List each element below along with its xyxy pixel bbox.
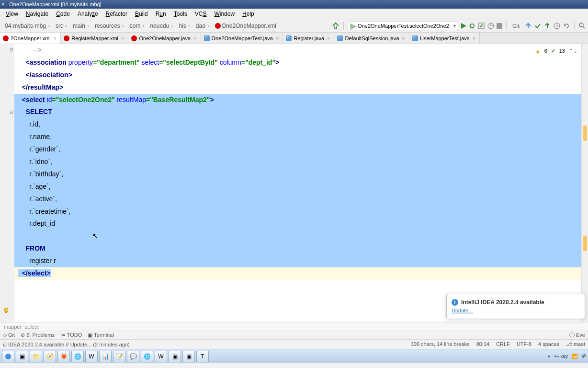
taskbar-app[interactable]: 📝 xyxy=(113,351,125,362)
close-icon[interactable]: × xyxy=(472,35,476,41)
tray-key[interactable]: 🗝 key xyxy=(554,354,568,359)
run-configuration-selector[interactable]: One2OneMapperTest.selectOne2One2 xyxy=(348,22,458,30)
status-indent[interactable]: 4 spaces xyxy=(538,341,559,347)
vcs-push-icon[interactable] xyxy=(543,22,551,30)
start-button[interactable] xyxy=(2,351,14,362)
code-line-selected: r.`birthday`, xyxy=(14,168,581,181)
tab-usermappertest-java[interactable]: UserMapperTest.java× xyxy=(409,33,480,44)
fold-handle-icon[interactable]: ⊟ xyxy=(10,110,13,115)
crumb-com[interactable]: com xyxy=(127,22,147,30)
toolwin-todo[interactable]: ≔ TODO xyxy=(60,332,82,338)
toolwin-git[interactable]: ◇ Git xyxy=(3,332,15,338)
taskbar-app[interactable]: 🌐 xyxy=(141,351,153,362)
menu-navigate[interactable]: Navigate xyxy=(22,11,52,17)
notification-update-link[interactable]: Update... xyxy=(452,308,473,313)
taskbar-app[interactable]: T xyxy=(196,351,209,362)
taskbar-app[interactable]: 💬 xyxy=(127,351,139,362)
status-cursor-position[interactable]: 80:14 xyxy=(476,341,490,347)
tab-defaultsqlsession-java[interactable]: DefaultSqlSession.java× xyxy=(334,33,409,44)
taskbar-app[interactable]: W xyxy=(155,351,167,362)
status-git-branch[interactable]: ⎇ mast xyxy=(566,341,585,347)
vcs-history-icon[interactable] xyxy=(553,22,561,30)
run-button[interactable] xyxy=(460,23,467,29)
menu-build[interactable]: Build xyxy=(131,11,152,17)
warning-marker[interactable] xyxy=(583,236,587,251)
menu-bar: View Navigate Code Analyze Refactor Buil… xyxy=(0,9,588,19)
intention-bulb-icon[interactable] xyxy=(3,307,10,314)
notification-balloon[interactable]: i IntelliJ IDEA 2020.2.4 available Updat… xyxy=(446,294,585,319)
search-everywhere-icon[interactable] xyxy=(578,22,586,30)
crumb-src[interactable]: src xyxy=(53,22,70,30)
crumb-select[interactable]: select xyxy=(25,324,39,330)
editor-gutter[interactable]: ⊟ ⊟ xyxy=(0,44,14,322)
menu-refactor[interactable]: Refactor xyxy=(102,11,131,17)
menu-window[interactable]: Window xyxy=(210,11,238,17)
menu-analyze[interactable]: Analyze xyxy=(74,11,102,17)
tray-lang[interactable]: 泸 xyxy=(581,353,586,360)
toolwin-problems[interactable]: ⊘ 6: Problems xyxy=(21,332,55,338)
status-message[interactable]: iJ IDEA 2020.2.4 available // Update... … xyxy=(3,342,130,347)
tab-registermapper-xml[interactable]: RegisterMapper.xml× xyxy=(61,33,128,44)
system-tray[interactable]: « 🗝 key 📶 泸 xyxy=(548,353,586,360)
build-hammer-icon[interactable] xyxy=(332,22,339,30)
taskbar-app[interactable]: 📊 xyxy=(99,351,112,362)
taskbar-app[interactable]: 📁 xyxy=(30,351,42,362)
taskbar-app[interactable]: ▣ xyxy=(16,351,28,362)
tray-network-icon[interactable]: 📶 xyxy=(572,354,577,359)
close-icon[interactable]: × xyxy=(275,35,280,41)
breadcrumb: 04-mybaits-mbg src main resources com ne… xyxy=(2,22,332,30)
status-bar: iJ IDEA 2020.2.4 available // Update... … xyxy=(0,339,588,349)
vcs-commit-icon[interactable] xyxy=(534,22,542,30)
menu-tools[interactable]: Tools xyxy=(170,11,191,17)
status-line-separator[interactable]: CRLF xyxy=(496,341,510,347)
crumb-his[interactable]: his xyxy=(176,22,192,30)
debug-button[interactable] xyxy=(469,23,475,29)
tab-register-java[interactable]: Register.java× xyxy=(283,33,334,44)
crumb-dao[interactable]: dao xyxy=(193,22,212,30)
taskbar-app[interactable]: W xyxy=(85,351,98,362)
tab-one2onemappertest-java[interactable]: One2OneMapperTest.java× xyxy=(201,33,283,44)
toolwin-terminal[interactable]: ▣ Terminal xyxy=(88,332,113,338)
xml-file-icon xyxy=(3,35,9,41)
stop-button[interactable] xyxy=(497,23,502,29)
tab-one2onemapper-java[interactable]: One2OneMapper.java× xyxy=(128,33,201,44)
taskbar-app[interactable]: ▣ xyxy=(182,351,195,362)
close-icon[interactable]: × xyxy=(326,35,331,41)
menu-run[interactable]: Run xyxy=(152,11,170,17)
crumb-module[interactable]: 04-mybaits-mbg xyxy=(2,22,53,30)
vcs-rollback-icon[interactable] xyxy=(563,22,570,30)
crumb-resources[interactable]: resources xyxy=(92,22,127,30)
close-icon[interactable]: × xyxy=(192,35,197,41)
taskbar-app[interactable]: ▣ xyxy=(169,351,181,362)
menu-view[interactable]: View xyxy=(2,11,22,17)
fold-handle-icon[interactable]: ⊟ xyxy=(10,47,13,52)
toolwin-eventlog[interactable]: ⓘ Eve xyxy=(569,332,585,339)
coverage-button[interactable] xyxy=(477,22,485,30)
crumb-mapper[interactable]: mapper xyxy=(4,324,25,330)
menu-help[interactable]: Help xyxy=(238,11,258,17)
close-icon[interactable]: × xyxy=(53,35,57,41)
code-editor[interactable]: ▲6 ✔13 ⌃⌄ --> <association property="dep… xyxy=(14,44,581,322)
structure-breadcrumb[interactable]: mapper select xyxy=(0,322,588,331)
tray-expand-icon[interactable]: « xyxy=(548,354,551,359)
profile-button[interactable] xyxy=(487,22,495,30)
close-icon[interactable]: × xyxy=(401,35,406,41)
crumb-main[interactable]: main xyxy=(70,22,92,30)
taskbar-app[interactable]: 🌐 xyxy=(71,351,84,362)
chevron-up-down-icon[interactable]: ⌃⌄ xyxy=(569,46,577,56)
code-line-current: </select> xyxy=(14,267,581,280)
vcs-update-icon[interactable] xyxy=(524,22,532,30)
crumb-neuedu[interactable]: neuedu xyxy=(147,22,176,30)
close-icon[interactable]: × xyxy=(120,35,125,41)
menu-vcs[interactable]: VCS xyxy=(191,11,211,17)
crumb-file[interactable]: One2OneMapper.xml xyxy=(212,22,281,30)
status-encoding[interactable]: UTF-8 xyxy=(517,341,531,347)
taskbar-app[interactable]: 🧭 xyxy=(44,351,56,362)
inspection-widget[interactable]: ▲6 ✔13 ⌃⌄ xyxy=(535,46,577,56)
tab-one2onemapper-xml[interactable]: 2OneMapper.xml× xyxy=(0,33,61,44)
notification-title: IntelliJ IDEA 2020.2.4 available xyxy=(461,299,544,306)
warning-marker[interactable] xyxy=(583,126,587,141)
taskbar-app[interactable]: 🦊 xyxy=(57,351,70,362)
menu-code[interactable]: Code xyxy=(52,11,74,17)
error-stripe[interactable] xyxy=(581,44,588,322)
